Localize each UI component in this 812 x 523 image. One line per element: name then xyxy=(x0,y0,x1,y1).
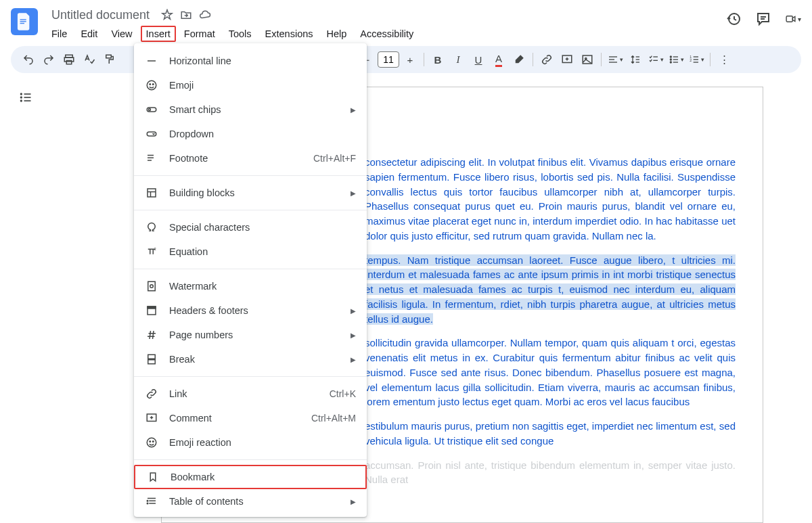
cloud-icon[interactable] xyxy=(198,8,212,22)
insert-comment-button[interactable] xyxy=(558,50,577,69)
spellcheck-button[interactable] xyxy=(80,50,99,69)
insert-horizontal-line[interactable]: Horizontal line xyxy=(134,49,367,73)
menu-insert[interactable]: Insert xyxy=(141,26,176,42)
star-icon[interactable] xyxy=(160,8,174,22)
hline-icon xyxy=(145,54,158,68)
print-button[interactable] xyxy=(60,50,78,69)
insert-link-button[interactable] xyxy=(537,50,556,69)
svg-point-25 xyxy=(670,59,671,60)
redo-button[interactable] xyxy=(39,50,58,69)
meet-icon[interactable]: ▾ xyxy=(785,11,801,27)
menu-tools[interactable]: Tools xyxy=(223,26,257,42)
italic-button[interactable]: I xyxy=(449,50,468,69)
history-icon[interactable] xyxy=(725,11,742,27)
paint-format-button[interactable] xyxy=(100,50,119,69)
svg-rect-6 xyxy=(786,16,792,22)
checklist-button[interactable]: ▾ xyxy=(646,50,665,69)
font-size-plus[interactable]: + xyxy=(401,50,420,69)
text-color-button[interactable]: A xyxy=(489,50,508,69)
highlight-button[interactable] xyxy=(510,50,528,69)
menu-bar: FileEditViewInsertFormatToolsExtensionsH… xyxy=(46,26,725,42)
menu-view[interactable]: View xyxy=(106,26,137,42)
more-button[interactable]: ⋮ xyxy=(715,50,734,69)
line-spacing-button[interactable] xyxy=(626,50,645,69)
menu-help[interactable]: Help xyxy=(321,26,353,42)
menu-accessibility[interactable]: Accessibility xyxy=(355,26,419,42)
align-button[interactable]: ▾ xyxy=(606,50,625,69)
bold-button[interactable]: B xyxy=(428,50,447,69)
svg-point-24 xyxy=(670,56,671,58)
bulleted-list-button[interactable]: ▾ xyxy=(667,50,685,69)
toolbar: − + B I U A ▾ ▾ ▾ 12▾ ⋮ xyxy=(11,46,801,73)
insert-emoji[interactable]: Emoji xyxy=(134,73,367,78)
move-icon[interactable] xyxy=(179,8,193,22)
svg-rect-10 xyxy=(106,55,112,58)
docs-logo[interactable] xyxy=(11,8,38,35)
numbered-list-button[interactable]: 12▾ xyxy=(687,50,706,69)
menu-format[interactable]: Format xyxy=(179,26,221,42)
svg-rect-2 xyxy=(20,23,24,24)
font-size-input[interactable] xyxy=(378,51,399,68)
insert-menu-dropdown: Horizontal lineEmojiSmart chips▶Dropdown… xyxy=(134,43,367,78)
svg-rect-0 xyxy=(20,19,26,20)
menu-extensions[interactable]: Extensions xyxy=(260,26,319,42)
menu-file[interactable]: File xyxy=(46,26,72,42)
underline-button[interactable]: U xyxy=(469,50,488,69)
menu-item-label: Horizontal line xyxy=(169,55,356,66)
comments-icon[interactable] xyxy=(755,11,771,27)
svg-rect-1 xyxy=(20,21,26,22)
svg-text:2: 2 xyxy=(690,58,692,62)
menu-edit[interactable]: Edit xyxy=(75,26,103,42)
svg-point-26 xyxy=(670,62,671,63)
doc-title[interactable]: Untitled document xyxy=(46,7,155,24)
insert-image-button[interactable] xyxy=(578,50,597,69)
undo-button[interactable] xyxy=(19,50,38,69)
